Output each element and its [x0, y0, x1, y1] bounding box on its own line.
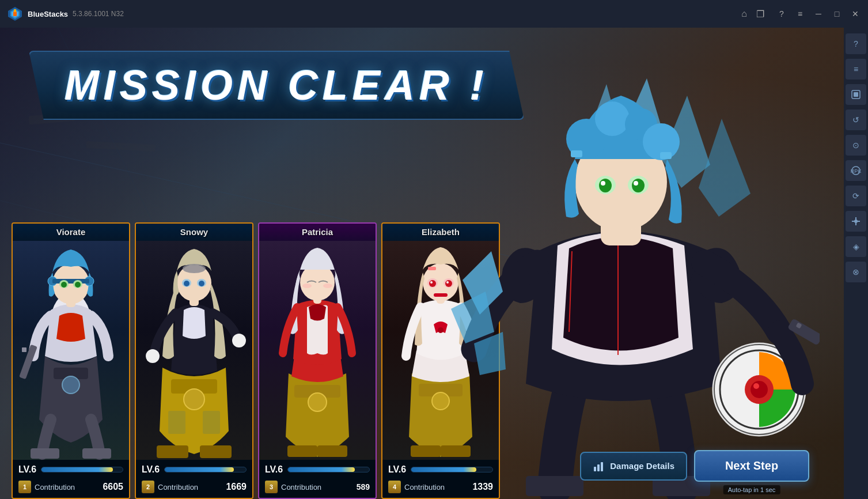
viorate-name-bar: Viorate: [13, 224, 129, 241]
right-sidebar: ? ≡ ↺ ⊙ RPK ⟳ ◈ ⊗: [844, 28, 868, 499]
svg-point-42: [308, 393, 327, 411]
next-step-button[interactable]: Next Step: [694, 450, 809, 482]
action-buttons: Damage Details Next Step Auto-tap in 1 s…: [580, 450, 809, 482]
character-cards-container: Viorate: [0, 222, 507, 499]
help-icon[interactable]: ?: [776, 9, 787, 18]
menu-icon[interactable]: ≡: [794, 9, 806, 18]
svg-point-37: [199, 281, 204, 286]
character-card-viorate[interactable]: Viorate: [12, 222, 130, 499]
titlebar-brand: BlueStacks: [28, 10, 68, 18]
next-step-label: Next Step: [725, 459, 778, 472]
svg-rect-91: [601, 462, 603, 471]
window-icon[interactable]: ❐: [756, 9, 764, 20]
snowy-xp-bar-fill: [165, 467, 234, 472]
snowy-contribution-label: Contribution: [158, 483, 198, 492]
viorate-level: LV.6: [18, 464, 36, 475]
svg-rect-24: [19, 345, 37, 379]
svg-rect-4: [14, 9, 16, 12]
svg-rect-56: [428, 267, 436, 270]
svg-point-61: [430, 281, 433, 283]
game-area: MISSION CLEAR ! Viorate: [0, 28, 844, 499]
svg-rect-89: [594, 467, 596, 471]
sidebar-btn-4[interactable]: ↺: [846, 109, 866, 130]
patricia-card-bottom: LV.6 3 Contribution 589: [259, 460, 376, 498]
svg-point-47: [302, 283, 312, 288]
svg-point-53: [438, 327, 444, 333]
svg-point-18: [61, 282, 67, 288]
character-card-snowy[interactable]: Snowy: [135, 222, 253, 499]
svg-point-79: [634, 181, 638, 186]
svg-rect-64: [526, 476, 583, 496]
svg-point-38: [183, 264, 206, 273]
viorate-contribution-row: 1 Contribution 6605: [18, 477, 123, 498]
bluestacks-logo: [7, 6, 23, 22]
sidebar-btn-10[interactable]: ⊗: [846, 262, 866, 282]
patricia-xp-bar-bg: [287, 467, 370, 472]
titlebar-version: 5.3.86.1001 N32: [73, 10, 741, 18]
sidebar-btn-6[interactable]: RPK: [846, 160, 866, 181]
viorate-xp-bar-fill: [41, 467, 113, 472]
snowy-card-bottom: LV.6 2 Contribution 1669: [136, 460, 252, 498]
svg-rect-22: [31, 448, 59, 459]
sidebar-btn-5[interactable]: ⊙: [846, 135, 866, 156]
mission-clear-text: MISSION CLEAR !: [65, 62, 488, 109]
home-icon[interactable]: ⌂: [741, 9, 747, 19]
patricia-contribution-label: Contribution: [281, 483, 321, 492]
svg-point-40: [232, 334, 246, 347]
snowy-xp-bar-bg: [164, 467, 247, 472]
patricia-xp-bar-fill: [288, 467, 355, 472]
viorate-lv-row: LV.6: [18, 464, 123, 475]
sidebar-btn-7[interactable]: ⟳: [846, 186, 866, 206]
window-controls: ? ≡ ─ □ ✕: [776, 9, 861, 18]
svg-point-83: [751, 381, 768, 398]
svg-rect-23: [82, 448, 111, 459]
sidebar-btn-1[interactable]: ?: [846, 33, 866, 54]
patricia-contribution-value: 589: [357, 482, 370, 492]
svg-rect-43: [287, 445, 317, 457]
svg-point-39: [146, 349, 160, 363]
elizabeth-contribution-label: Contribution: [404, 483, 445, 492]
patricia-lv-row: LV.6: [265, 464, 370, 475]
svg-point-78: [601, 181, 605, 186]
viorate-card-bottom: LV.6 1 Contribution 6605: [13, 460, 129, 498]
svg-rect-72: [571, 150, 582, 157]
patricia-image: [259, 241, 376, 460]
svg-point-84: [753, 383, 759, 389]
sidebar-btn-9[interactable]: ◈: [846, 236, 866, 257]
maximize-icon[interactable]: □: [831, 9, 843, 18]
svg-point-69: [595, 101, 630, 136]
titlebar: BlueStacks 5.3.86.1001 N32 ⌂ ❐ ? ≡ ─ □ ✕: [0, 0, 868, 28]
svg-rect-3: [13, 12, 17, 16]
viorate-name: Viorate: [56, 227, 86, 237]
patricia-name: Patricia: [302, 227, 333, 237]
snowy-name-bar: Snowy: [136, 224, 252, 241]
patricia-level: LV.6: [265, 464, 283, 475]
character-card-patricia[interactable]: Patricia: [258, 222, 377, 499]
snowy-rank-badge: 2: [142, 481, 154, 493]
auto-tap-hint: Auto-tap in 1 sec: [723, 485, 780, 494]
minimize-icon[interactable]: ─: [813, 9, 824, 18]
sidebar-btn-2[interactable]: ≡: [846, 59, 866, 80]
svg-text:RPK: RPK: [851, 168, 861, 174]
svg-rect-29: [203, 411, 220, 434]
damage-details-button[interactable]: Damage Details: [580, 452, 687, 481]
next-step-wrapper: Next Step Auto-tap in 1 sec: [694, 450, 809, 482]
svg-point-21: [62, 376, 79, 394]
svg-point-59: [429, 280, 436, 287]
svg-point-19: [75, 282, 81, 288]
svg-rect-90: [597, 464, 600, 471]
snowy-image: [136, 241, 252, 460]
svg-point-36: [184, 281, 189, 286]
svg-point-77: [632, 179, 645, 192]
svg-point-48: [323, 283, 332, 288]
patricia-contribution-row: 3 Contribution 589: [265, 477, 370, 498]
sidebar-btn-8[interactable]: [846, 211, 866, 232]
viorate-contribution-value: 6605: [103, 482, 123, 492]
svg-rect-51: [411, 445, 441, 457]
sidebar-btn-3[interactable]: [846, 84, 866, 105]
viorate-contribution-label: Contribution: [35, 483, 75, 492]
svg-point-76: [599, 179, 612, 192]
close-icon[interactable]: ✕: [850, 9, 861, 18]
snowy-contribution-value: 1669: [226, 482, 247, 492]
patricia-name-bar: Patricia: [259, 224, 376, 241]
